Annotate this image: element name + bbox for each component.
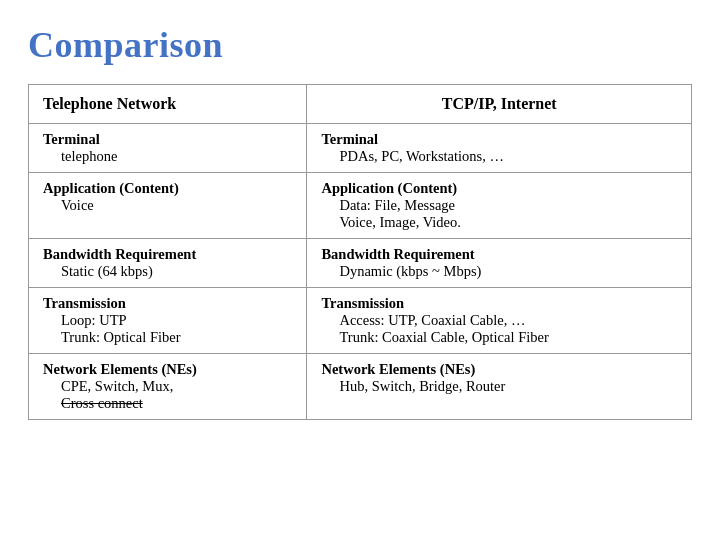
table-row: TransmissionLoop: UTPTrunk: Optical Fibe… — [29, 288, 692, 354]
cell-sub-r3-c0-s1: Trunk: Optical Fiber — [43, 329, 292, 346]
cell-r1-c0: Application (Content)Voice — [29, 173, 307, 239]
cell-sub-r3-c1-s0: Access: UTP, Coaxial Cable, … — [321, 312, 677, 329]
cell-sub-r4-c0-s0: CPE, Switch, Mux, — [43, 378, 292, 395]
table-row: Network Elements (NEs)CPE, Switch, Mux,C… — [29, 354, 692, 420]
cell-r1-c1: Application (Content)Data: File, Message… — [307, 173, 692, 239]
cell-main-r2-c0: Bandwidth Requirement — [43, 246, 292, 263]
cell-r2-c0: Bandwidth RequirementStatic (64 kbps) — [29, 239, 307, 288]
cell-sub-r0-c1-s0: PDAs, PC, Workstations, … — [321, 148, 677, 165]
cell-r0-c0: Terminaltelephone — [29, 124, 307, 173]
page-title: Comparison — [28, 24, 692, 66]
cell-r3-c0: TransmissionLoop: UTPTrunk: Optical Fibe… — [29, 288, 307, 354]
cell-main-r0-c0: Terminal — [43, 131, 292, 148]
cell-sub-r1-c1-s0: Data: File, Message — [321, 197, 677, 214]
cell-main-r1-c1: Application (Content) — [321, 180, 677, 197]
cell-r4-c1: Network Elements (NEs)Hub, Switch, Bridg… — [307, 354, 692, 420]
cell-main-r1-c0: Application (Content) — [43, 180, 292, 197]
cell-sub-r4-c0-s1: Cross connect — [43, 395, 292, 412]
cell-sub-r3-c0-s0: Loop: UTP — [43, 312, 292, 329]
cell-main-r4-c1: Network Elements (NEs) — [321, 361, 677, 378]
cell-main-r0-c1: Terminal — [321, 131, 677, 148]
cell-sub-r0-c0-s0: telephone — [43, 148, 292, 165]
cell-r0-c1: TerminalPDAs, PC, Workstations, … — [307, 124, 692, 173]
cell-sub-r4-c1-s0: Hub, Switch, Bridge, Router — [321, 378, 677, 395]
table-row: Bandwidth RequirementStatic (64 kbps)Ban… — [29, 239, 692, 288]
cell-main-r3-c0: Transmission — [43, 295, 292, 312]
cell-r2-c1: Bandwidth RequirementDynamic (kbps ~ Mbp… — [307, 239, 692, 288]
col1-header: Telephone Network — [29, 85, 307, 124]
table-row: Application (Content)VoiceApplication (C… — [29, 173, 692, 239]
page: Comparison Telephone Network TCP/IP, Int… — [0, 0, 720, 440]
col2-header: TCP/IP, Internet — [307, 85, 692, 124]
cell-sub-r3-c1-s1: Trunk: Coaxial Cable, Optical Fiber — [321, 329, 677, 346]
cell-main-r4-c0: Network Elements (NEs) — [43, 361, 292, 378]
cell-sub-r1-c1-s1: Voice, Image, Video. — [321, 214, 677, 231]
cell-r3-c1: TransmissionAccess: UTP, Coaxial Cable, … — [307, 288, 692, 354]
comparison-table: Telephone Network TCP/IP, Internet Termi… — [28, 84, 692, 420]
table-row: TerminaltelephoneTerminalPDAs, PC, Works… — [29, 124, 692, 173]
cell-r4-c0: Network Elements (NEs)CPE, Switch, Mux,C… — [29, 354, 307, 420]
cell-sub-r2-c0-s0: Static (64 kbps) — [43, 263, 292, 280]
cell-main-r2-c1: Bandwidth Requirement — [321, 246, 677, 263]
cell-sub-r2-c1-s0: Dynamic (kbps ~ Mbps) — [321, 263, 677, 280]
cell-sub-r1-c0-s0: Voice — [43, 197, 292, 214]
cell-main-r3-c1: Transmission — [321, 295, 677, 312]
